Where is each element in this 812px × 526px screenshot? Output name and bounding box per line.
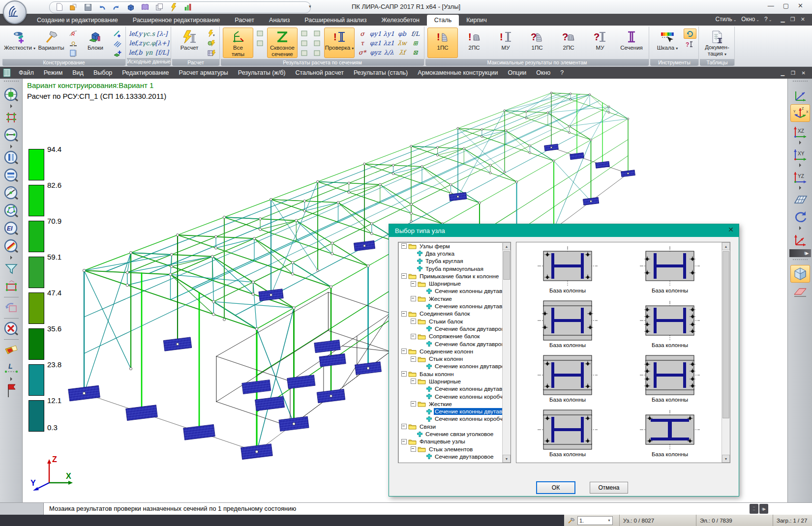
ribbon-mini-button[interactable] [112,29,123,38]
toolbar-grip[interactable] [793,81,808,85]
ribbon-mini-button[interactable] [254,29,266,38]
deselect-icon[interactable] [2,321,21,337]
fragment-icon[interactable] [2,278,21,295]
projection-yz-icon[interactable]: YZ [791,168,810,185]
tree-item[interactable]: Стыки балок [398,318,511,325]
expander-icon[interactable] [2,377,21,381]
ribbon-mini-button[interactable] [112,38,123,48]
ribbon-button[interactable]: Сквозноесечение [267,28,298,58]
axes-isometric-icon[interactable] [791,87,810,103]
ribbon-mini-button[interactable] [299,48,310,58]
ribbon-button[interactable]: Блоки [80,28,111,58]
menu-item[interactable]: Окно [531,69,555,76]
ribbon-mini-button[interactable] [311,48,323,58]
result-symbol-button[interactable]: γc.s [142,29,155,38]
result-symbol-button[interactable]: ⊞ [409,38,422,48]
ribbon-button[interactable]: Сечения [616,28,647,58]
dialog-title-bar[interactable]: Выбор типа узла ✕ [389,224,739,237]
ribbon-mini-button[interactable]: ? [684,39,695,49]
ribbon-tab[interactable]: Расширенный анализ [297,15,374,26]
mdi-child-controls[interactable]: ▁ ❐ ✕ [781,70,808,76]
ribbon-mini-button[interactable] [67,48,79,58]
mode-field[interactable]: 1.▼ [564,515,619,526]
zoom-polygon-icon[interactable] [2,203,21,219]
result-symbol-button[interactable]: λy1 [382,29,395,38]
tree-expand-icon[interactable] [411,281,416,287]
flag-icon[interactable] [2,382,21,399]
node-type-grid[interactable]: База колонныБаза колонныБаза колонныБаза… [516,242,730,463]
expander-icon[interactable] [2,255,21,260]
zoom-rotate-icon[interactable] [2,185,21,202]
tree-item[interactable]: Сечение связи уголковое [398,430,511,438]
panel-dots-icon[interactable]: ⁚⁚ [750,504,758,514]
ribbon-button[interactable]: ?1ПС [522,28,552,58]
menu-item[interactable]: Файл [14,69,39,76]
ribbon-button[interactable]: ?МУ [585,28,615,58]
menu-item[interactable]: Вид [67,69,89,76]
axes-red-icon[interactable] [791,231,810,248]
section-cut-icon[interactable] [791,284,810,300]
tree-expand-icon[interactable] [411,401,416,407]
menu-item[interactable]: Опции [503,69,532,76]
zoom-stiffness-icon[interactable]: EI [2,220,21,237]
ribbon-mini-button[interactable] [684,29,696,39]
tree-item[interactable]: Сечение колонны коробчатое [398,393,511,400]
select-mesh-icon[interactable] [2,109,21,126]
result-symbol-button[interactable]: λ̄f [395,48,409,57]
panel-expand-icon[interactable]: I▶ [759,504,768,514]
tree-item[interactable]: Шарнирные [398,280,511,287]
ribbon-button[interactable]: ?2ПС [553,28,584,58]
tree-expand-icon[interactable] [411,334,416,339]
tree-item[interactable]: Стык элементов [398,445,511,453]
result-symbol-button[interactable]: φyz [369,48,382,57]
ribbon-tab[interactable]: Создание и редактирование [30,15,125,26]
ribbon-mini-button[interactable] [311,38,323,48]
expander-icon[interactable] [2,144,21,149]
tree-item[interactable]: Труба круглая [398,258,511,265]
tree-item[interactable]: Соединения балок [398,310,511,318]
maximize-icon[interactable]: ▢ [783,2,789,9]
toolbar-grip[interactable] [793,259,808,263]
tree-expand-icon[interactable] [401,371,407,377]
expander-icon[interactable] [791,163,810,168]
node-type-option[interactable]: База колонны [619,297,721,351]
zoom-hsplit-icon[interactable] [2,167,21,184]
tree-item[interactable]: Сечение колонн двутавровое [398,363,511,370]
result-symbol-button[interactable]: λ/λ [382,48,395,57]
tree-item[interactable]: Труба прямоугольная [398,265,511,272]
result-symbol-button[interactable]: φb [395,29,409,38]
tree-expand-icon[interactable] [401,311,407,317]
menu-item[interactable]: Стальной расчет [290,69,348,76]
ribbon-button[interactable]: Всетипы [223,28,253,58]
ribbon-button[interactable]: Расчет [174,28,205,58]
axonometry-icon[interactable]: ZYX [790,104,810,122]
tree-expand-icon[interactable] [401,243,407,249]
tree-item[interactable]: Примыкание балки к колонне [398,272,511,280]
scroll-down-icon[interactable]: ▼ [503,455,511,463]
ribbon-mini-button[interactable] [311,29,323,38]
ribbon-mini-button[interactable] [254,38,266,48]
ribbon-tab[interactable]: Расчет [227,15,262,26]
menu-item[interactable]: Редактирование [117,69,174,76]
tree-item[interactable]: Сечение колонны двутавровое [398,302,511,310]
menu-item[interactable]: Результаты (ж/б) [233,69,291,76]
ribbon-button[interactable]: !Проверка ▾ [324,28,355,58]
result-symbol-button[interactable]: λz1 [382,38,395,48]
tree-item[interactable]: Жесткие [398,295,511,302]
ribbon-button[interactable]: !2ПС [459,28,489,58]
node-type-option[interactable]: База колонны [516,297,619,351]
model-plane-icon[interactable] [791,191,810,207]
expander-icon[interactable] [791,185,810,190]
tree-item[interactable]: Базы колонн [398,370,511,378]
ribbon-mini-button[interactable] [206,48,217,58]
tree-expand-icon[interactable] [401,273,407,279]
zoom-element-icon[interactable] [2,127,21,144]
window-menu[interactable]: Окно⌄ [741,16,759,23]
tree-item[interactable]: Стык колонн [398,355,511,362]
expander-icon[interactable] [791,140,810,145]
tree-item[interactable]: Жесткие [398,400,511,408]
tree-item[interactable]: Два уголка [398,250,511,257]
close-icon[interactable]: ✕ [798,2,803,9]
node-type-option[interactable]: База колонны [619,406,721,461]
menu-item[interactable]: Армокаменные конструкции [413,69,503,76]
